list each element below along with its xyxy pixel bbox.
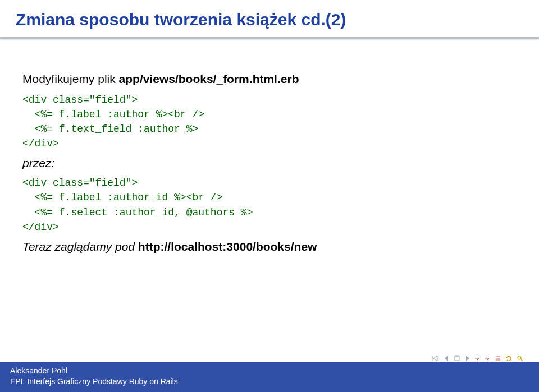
code-line: </div>	[22, 138, 59, 149]
footer-title: EPI: Interfejs Graficzny Podstawy Ruby o…	[10, 376, 529, 388]
nav-prev-icon[interactable]	[444, 356, 449, 361]
przez-label: przez:	[22, 156, 517, 170]
code-line: <div class="field">	[22, 94, 138, 105]
footer-band: Aleksander Pohl EPI: Interfejs Graficzny…	[0, 362, 539, 392]
intro-text: Modyfikujemy plik app/views/books/_form.…	[22, 72, 517, 86]
code-line: <%= f.text_field :author %>	[22, 123, 198, 135]
code-block-1: <div class="field"> <%= f.label :author …	[22, 93, 517, 151]
code-block-2: <div class="field"> <%= f.label :author_…	[22, 176, 517, 234]
intro-prefix: Modyfikujemy plik	[22, 72, 119, 85]
nav-icons	[431, 355, 523, 362]
title-bar: Zmiana sposobu tworzenia książek cd.(2)	[0, 0, 539, 34]
outro-text: Teraz zaglądamy pod http://localhost:300…	[22, 240, 517, 253]
outro-url: http://localhost:3000/books/new	[138, 240, 317, 253]
code-line: <%= f.label :author_id %><br />	[22, 192, 222, 203]
svg-point-0	[518, 356, 521, 359]
nav-undo-icon[interactable]	[505, 355, 512, 362]
nav-up-icon[interactable]	[454, 355, 460, 362]
footer-author: Aleksander Pohl	[10, 366, 529, 377]
code-line: <div class="field">	[22, 177, 138, 188]
slide-title: Zmiana sposobu tworzenia książek cd.(2)	[16, 10, 523, 29]
code-line: <%= f.select :author_id, @authors %>	[22, 207, 253, 218]
nav-section-prev-icon[interactable]	[475, 356, 481, 361]
nav-first-icon[interactable]	[431, 356, 439, 361]
outro-prefix: Teraz zaglądamy pod	[22, 240, 138, 253]
nav-bars-icon[interactable]	[495, 356, 501, 361]
nav-next-icon[interactable]	[465, 356, 471, 361]
slide: Zmiana sposobu tworzenia książek cd.(2) …	[0, 0, 539, 392]
content-area: Modyfikujemy plik app/views/books/_form.…	[0, 39, 539, 253]
intro-path: app/views/books/_form.html.erb	[119, 72, 299, 85]
nav-search-icon[interactable]	[517, 355, 523, 362]
footer: Aleksander Pohl EPI: Interfejs Graficzny…	[0, 362, 539, 392]
code-line: </div>	[22, 222, 59, 233]
nav-section-next-icon[interactable]	[485, 356, 491, 361]
code-line: <%= f.label :author %><br />	[22, 109, 204, 120]
